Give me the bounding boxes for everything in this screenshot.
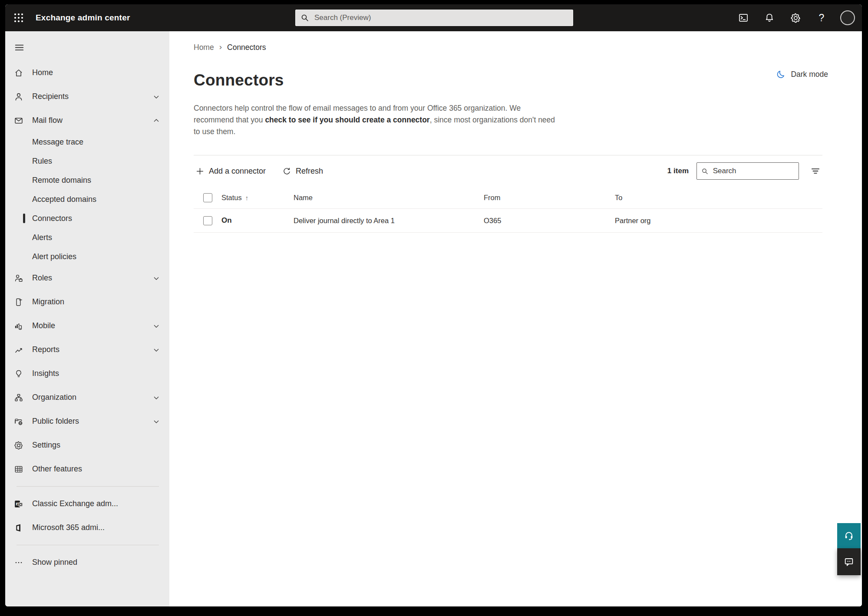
chevron-down-icon [153,323,160,329]
sidebar-item-public-folders[interactable]: Public folders [5,409,169,433]
sidebar-item-home[interactable]: Home [5,61,169,85]
sidebar-item-label: Public folders [32,417,79,426]
settings-button[interactable] [785,8,805,28]
column-header-label: To [615,194,622,202]
sidebar-item-recipients[interactable]: Recipients [5,85,169,109]
refresh-button[interactable]: Refresh [281,163,325,179]
sidebar-item-settings[interactable]: Settings [5,433,169,457]
filter-icon [810,166,821,176]
global-search-box[interactable] [295,10,573,26]
sidebar-divider [17,486,159,487]
sidebar-item-classic-exchange[interactable]: E Classic Exchange adm... [5,492,169,516]
sidebar-item-accepted-domains[interactable]: Accepted domains [5,190,169,209]
column-header-from[interactable]: From [484,194,615,202]
cell-status: On [221,216,294,225]
sidebar-item-other-features[interactable]: Other features [5,457,169,481]
moon-icon [776,69,786,79]
page-title: Connectors [194,71,862,89]
filter-button[interactable] [809,164,822,178]
sidebar-item-label: Alerts [32,233,52,242]
add-connector-button[interactable]: Add a connector [194,163,267,179]
sidebar-item-label: Migration [32,297,64,306]
row-checkbox[interactable] [203,216,212,225]
sidebar-divider [17,545,159,545]
avatar [840,10,855,25]
chevron-down-icon [153,394,160,401]
chevron-down-icon [153,418,160,425]
powershell-button[interactable] [733,8,753,28]
floating-actions [837,523,861,575]
sidebar-item-m365-admin[interactable]: Microsoft 365 admi... [5,516,169,540]
sidebar-item-remote-domains[interactable]: Remote domains [5,171,169,190]
org-chart-icon [14,393,23,402]
collapse-nav-button[interactable] [5,37,169,57]
create-connector-check-link[interactable]: check to see if you should create a conn… [265,115,429,124]
dark-mode-toggle[interactable]: Dark mode [776,69,828,79]
person-briefcase-icon [14,273,23,283]
sidebar-item-label: Reports [32,345,59,354]
sidebar-item-insights[interactable]: Insights [5,362,169,385]
feedback-button[interactable] [837,548,861,575]
top-bar: Exchange admin center [5,4,862,31]
classic-exchange-icon: E [14,499,23,509]
sidebar-item-show-pinned[interactable]: Show pinned [5,550,169,574]
notifications-button[interactable] [759,8,779,28]
global-search-input[interactable] [314,13,568,22]
chevron-down-icon [153,346,160,353]
main-content: Home › Connectors Dark mode Connectors C… [169,31,862,606]
sidebar-item-label: Other features [32,464,82,474]
sidebar-item-organization[interactable]: Organization [5,385,169,409]
sidebar-item-connectors[interactable]: Connectors [5,209,169,228]
plus-icon [195,167,205,176]
sidebar-item-label: Recipients [32,92,69,101]
breadcrumb-current: Connectors [227,43,266,52]
sidebar-item-label: Connectors [32,214,72,223]
refresh-icon [282,167,291,176]
table-grid-icon [14,464,23,474]
sidebar-item-reports[interactable]: Reports [5,338,169,362]
folder-globe-icon [14,417,23,426]
topbar-actions: ? [733,4,858,31]
support-button[interactable] [837,523,861,548]
sidebar-item-alerts[interactable]: Alerts [5,228,169,247]
sidebar-item-migration[interactable]: Migration [5,290,169,314]
sidebar-item-label: Rules [32,157,52,166]
column-header-name[interactable]: Name [294,194,484,202]
list-search-input[interactable] [713,167,794,175]
select-all-checkbox[interactable] [203,193,212,202]
sidebar-item-mail-flow[interactable]: Mail flow [5,109,169,132]
column-header-label: From [484,194,501,202]
app-launcher-button[interactable] [5,4,32,31]
microsoft-365-icon [14,523,23,533]
sidebar-item-label: Home [32,68,53,77]
refresh-label: Refresh [296,167,323,176]
mobile-stats-icon [14,321,23,331]
sidebar: Home Recipients Mail flow [5,31,169,606]
help-button[interactable]: ? [812,8,832,28]
table-row[interactable]: On Deliver journal directly to Area 1 O3… [194,208,822,233]
connectors-table: Status ↑ Name From To On Deliver journal… [194,187,822,233]
envelope-icon [14,116,23,125]
breadcrumb-home-link[interactable]: Home [194,43,214,52]
bell-icon [764,13,775,23]
account-button[interactable] [838,8,858,28]
cell-name: Deliver journal directly to Area 1 [294,217,484,225]
dark-mode-label: Dark mode [791,70,828,79]
list-search-box[interactable] [696,162,799,180]
table-header-row: Status ↑ Name From To [194,187,822,208]
hamburger-icon [14,42,25,53]
column-header-status[interactable]: Status ↑ [221,194,294,202]
help-icon: ? [819,12,825,24]
sidebar-item-message-trace[interactable]: Message trace [5,132,169,152]
chevron-down-icon [153,275,160,282]
breadcrumb-chevron-icon: › [219,42,222,52]
selected-indicator [23,214,25,223]
gear-icon [14,441,23,450]
search-icon [701,167,709,175]
column-header-to[interactable]: To [615,194,822,202]
sidebar-item-alert-policies[interactable]: Alert policies [5,247,169,266]
svg-text:E: E [16,501,19,506]
sidebar-item-rules[interactable]: Rules [5,152,169,171]
sidebar-item-roles[interactable]: Roles [5,266,169,290]
sidebar-item-mobile[interactable]: Mobile [5,314,169,338]
